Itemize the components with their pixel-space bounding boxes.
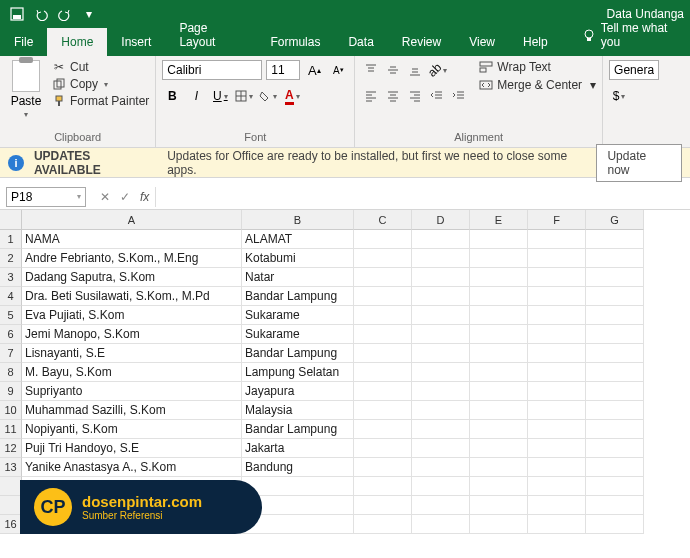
accounting-format-button[interactable]: $▾ xyxy=(609,86,629,106)
cell[interactable] xyxy=(412,458,470,477)
cell[interactable] xyxy=(586,249,644,268)
col-header-E[interactable]: E xyxy=(470,210,528,230)
border-button[interactable]: ▾ xyxy=(234,86,254,106)
cell[interactable] xyxy=(528,268,586,287)
cell[interactable] xyxy=(586,515,644,534)
cell[interactable]: ALAMAT xyxy=(242,230,354,249)
col-header-F[interactable]: F xyxy=(528,210,586,230)
row-header[interactable]: 11 xyxy=(0,420,22,439)
row-header[interactable]: 3 xyxy=(0,268,22,287)
cell[interactable] xyxy=(354,268,412,287)
cell[interactable] xyxy=(412,420,470,439)
cell[interactable] xyxy=(586,496,644,515)
italic-button[interactable]: I xyxy=(186,86,206,106)
cell[interactable] xyxy=(528,401,586,420)
row-header[interactable]: 12 xyxy=(0,439,22,458)
cell[interactable]: Natar xyxy=(242,268,354,287)
cell[interactable] xyxy=(528,249,586,268)
update-now-button[interactable]: Update now xyxy=(596,144,682,182)
cell[interactable] xyxy=(586,230,644,249)
cell[interactable]: NAMA xyxy=(22,230,242,249)
align-center-button[interactable] xyxy=(383,86,403,106)
cell[interactable]: Bandar Lampung xyxy=(242,420,354,439)
cell[interactable]: Jemi Manopo, S.Kom xyxy=(22,325,242,344)
cell[interactable]: Supriyanto xyxy=(22,382,242,401)
underline-button[interactable]: U▾ xyxy=(210,86,230,106)
paste-button[interactable]: Paste ▾ xyxy=(6,60,46,119)
tab-data[interactable]: Data xyxy=(334,28,387,56)
cell[interactable]: Yanike Anastasya A., S.Kom xyxy=(22,458,242,477)
cell[interactable] xyxy=(528,325,586,344)
cell[interactable] xyxy=(470,458,528,477)
decrease-font-button[interactable]: A▾ xyxy=(328,60,348,80)
cell[interactable] xyxy=(470,496,528,515)
cell[interactable] xyxy=(528,230,586,249)
cell[interactable] xyxy=(528,287,586,306)
merge-center-button[interactable]: Merge & Center▾ xyxy=(479,78,596,92)
cancel-formula-icon[interactable]: ✕ xyxy=(96,190,114,204)
row-header[interactable]: 13 xyxy=(0,458,22,477)
cell[interactable] xyxy=(586,439,644,458)
cell[interactable] xyxy=(354,515,412,534)
cell[interactable] xyxy=(470,230,528,249)
col-header-C[interactable]: C xyxy=(354,210,412,230)
cell[interactable] xyxy=(586,344,644,363)
row-header[interactable]: 7 xyxy=(0,344,22,363)
number-format-select[interactable] xyxy=(609,60,659,80)
wrap-text-button[interactable]: Wrap Text xyxy=(479,60,596,74)
format-painter-button[interactable]: Format Painter xyxy=(52,94,149,108)
cell[interactable] xyxy=(470,306,528,325)
cell[interactable]: M. Bayu, S.Kom xyxy=(22,363,242,382)
cell[interactable] xyxy=(470,420,528,439)
cell[interactable] xyxy=(354,458,412,477)
cell[interactable] xyxy=(470,325,528,344)
cell[interactable]: Puji Tri Handoyo, S.E xyxy=(22,439,242,458)
cell[interactable] xyxy=(354,344,412,363)
increase-font-button[interactable]: A▴ xyxy=(304,60,324,80)
cell[interactable]: Muhammad Sazilli, S.Kom xyxy=(22,401,242,420)
cell[interactable] xyxy=(412,344,470,363)
row-header[interactable]: 10 xyxy=(0,401,22,420)
cell[interactable] xyxy=(586,401,644,420)
cell[interactable] xyxy=(412,287,470,306)
decrease-indent-button[interactable] xyxy=(427,86,447,106)
row-header[interactable]: 4 xyxy=(0,287,22,306)
cell[interactable] xyxy=(354,287,412,306)
tab-review[interactable]: Review xyxy=(388,28,455,56)
align-right-button[interactable] xyxy=(405,86,425,106)
col-header-A[interactable]: A xyxy=(22,210,242,230)
undo-icon[interactable] xyxy=(30,3,52,25)
qat-customize-icon[interactable]: ▾ xyxy=(78,3,100,25)
cell[interactable] xyxy=(412,230,470,249)
cell[interactable] xyxy=(528,306,586,325)
cell[interactable] xyxy=(242,477,354,496)
font-name-select[interactable] xyxy=(162,60,262,80)
cell[interactable]: Dadang Saputra, S.Kom xyxy=(22,268,242,287)
cell[interactable]: Sukarame xyxy=(242,306,354,325)
cell[interactable] xyxy=(528,382,586,401)
row-header[interactable]: 8 xyxy=(0,363,22,382)
font-size-select[interactable] xyxy=(266,60,300,80)
bold-button[interactable]: B xyxy=(162,86,182,106)
tab-formulas[interactable]: Formulas xyxy=(256,28,334,56)
name-box[interactable]: P18▾ xyxy=(6,187,86,207)
cell[interactable] xyxy=(412,401,470,420)
cell[interactable]: Eva Pujiati, S.Kom xyxy=(22,306,242,325)
cell[interactable] xyxy=(586,477,644,496)
cell[interactable] xyxy=(470,287,528,306)
cell[interactable] xyxy=(470,439,528,458)
align-middle-button[interactable] xyxy=(383,60,403,80)
fill-color-button[interactable]: ▾ xyxy=(258,86,278,106)
cell[interactable] xyxy=(528,439,586,458)
cell[interactable] xyxy=(412,306,470,325)
cell[interactable] xyxy=(528,344,586,363)
row-header[interactable]: 5 xyxy=(0,306,22,325)
cell[interactable] xyxy=(586,382,644,401)
cell[interactable] xyxy=(470,363,528,382)
cell[interactable] xyxy=(586,420,644,439)
row-header[interactable]: 1 xyxy=(0,230,22,249)
cell[interactable] xyxy=(412,439,470,458)
cell[interactable]: Bandar Lampung xyxy=(242,344,354,363)
cell[interactable] xyxy=(412,325,470,344)
row-header[interactable]: 9 xyxy=(0,382,22,401)
